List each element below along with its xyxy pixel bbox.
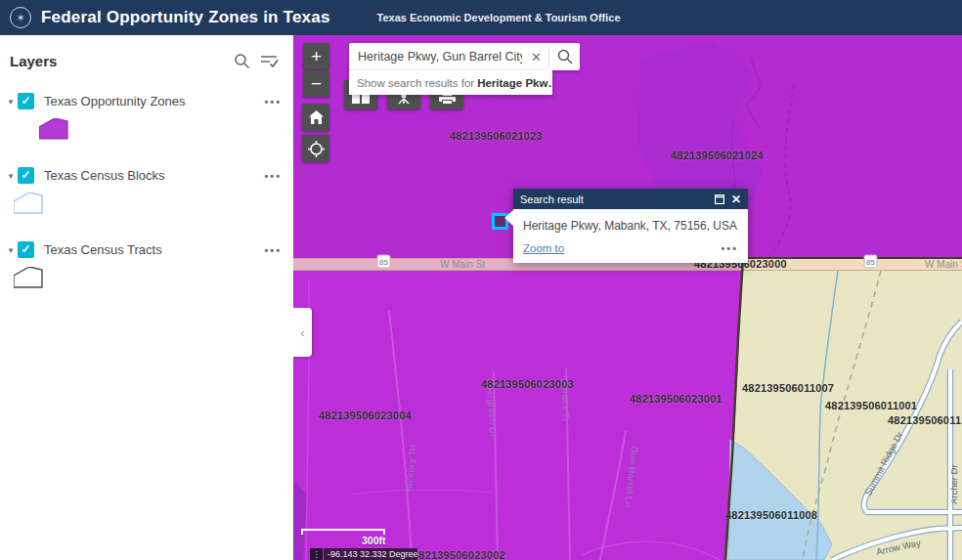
- street-label-w-main: W Main St: [440, 259, 485, 270]
- street-label-w-main-right: W Main St: [925, 259, 962, 270]
- layer-label[interactable]: Texas Census Tracts: [44, 242, 264, 257]
- street-label-gun-barrel: Gun Barrel Ln: [623, 446, 640, 508]
- tract-label: 482139506011007: [742, 382, 834, 394]
- popup-options-icon[interactable]: •••: [721, 242, 738, 254]
- expand-caret-icon[interactable]: ▾: [4, 171, 18, 181]
- app-title: Federal Opportunity Zones in Texas: [41, 8, 330, 27]
- tract-label: 482139506021023: [450, 130, 543, 142]
- coordinate-widget: ⋮ -96.143 32.332 Degrees: [310, 548, 417, 560]
- tract-label: 482139506021024: [671, 150, 764, 161]
- expand-caret-icon[interactable]: ▾: [4, 245, 18, 255]
- basemap-graphics: 85 85 W Main St W Main St Hickory Trl Ev…: [293, 35, 962, 560]
- suggestion-prefix: Show search results for: [357, 77, 474, 89]
- tract-label: 482139506011001: [825, 400, 917, 411]
- layers-panel: Layers ▾ ✓ Texas Opportunity Zones ••• ▾…: [0, 35, 293, 560]
- zoom-to-link[interactable]: Zoom to: [523, 242, 721, 254]
- search-submit-button[interactable]: [549, 43, 580, 70]
- layer-row-opportunity-zones: ▾ ✓ Texas Opportunity Zones •••: [0, 87, 293, 113]
- maximize-icon[interactable]: [715, 194, 724, 204]
- street-label-archer: Archer Dr: [948, 464, 959, 504]
- address-search-input[interactable]: [349, 50, 524, 64]
- address-search-box: ✕: [349, 43, 580, 70]
- tract-label: 482139506023003: [481, 378, 574, 390]
- svg-text:85: 85: [866, 258, 875, 267]
- layers-panel-header: Layers: [0, 35, 293, 79]
- highway-shield-85-right: 85: [864, 255, 877, 268]
- layer-checkbox-opportunity-zones[interactable]: ✓: [18, 93, 34, 109]
- map-canvas[interactable]: 85 85 W Main St W Main St Hickory Trl Ev…: [293, 35, 962, 560]
- clear-search-icon[interactable]: ✕: [524, 50, 548, 65]
- coordinate-readout: -96.143 32.332 Degrees: [324, 548, 417, 560]
- tract-label: 482139506011: [888, 414, 961, 426]
- app-window: ✶ Federal Opportunity Zones in Texas Tex…: [0, 0, 962, 560]
- layers-panel-title: Layers: [10, 53, 225, 69]
- street-label-hickory: Hickory Trl: [403, 444, 418, 493]
- legend-swatch-census-tracts: [0, 262, 293, 302]
- legend-swatch-opportunity-zones: [0, 113, 293, 153]
- coordinate-options-icon[interactable]: ⋮: [310, 548, 323, 560]
- layer-options-icon[interactable]: •••: [264, 170, 282, 182]
- popup-pointer: [504, 210, 513, 226]
- popup-address: Heritage Pkwy, Mabank, TX, 75156, USA: [513, 209, 748, 237]
- tract-label: 482139506023002: [413, 549, 505, 560]
- tract-label: 482139506023001: [630, 393, 722, 405]
- search-layers-icon[interactable]: [231, 50, 252, 71]
- expand-caret-icon[interactable]: ▾: [4, 97, 18, 107]
- layer-options-icon[interactable]: •••: [264, 96, 282, 108]
- filter-layers-icon[interactable]: [258, 50, 280, 71]
- search-result-popup: Search result ✕ Heritage Pkwy, Mabank, T…: [513, 189, 748, 263]
- layer-checkbox-census-tracts[interactable]: ✓: [18, 241, 34, 258]
- popup-title: Search result: [520, 194, 708, 205]
- collapse-panel-button[interactable]: ‹: [293, 308, 312, 357]
- app-header: ✶ Federal Opportunity Zones in Texas Tex…: [0, 0, 962, 35]
- layer-checkbox-census-blocks[interactable]: ✓: [18, 167, 34, 184]
- highway-shield-85-left: 85: [377, 255, 390, 268]
- close-icon[interactable]: ✕: [731, 193, 741, 206]
- zoom-in-button[interactable]: +: [303, 43, 329, 69]
- popup-footer: Zoom to •••: [513, 237, 748, 263]
- layer-label[interactable]: Texas Census Blocks: [44, 168, 264, 183]
- layer-row-census-tracts: ▾ ✓ Texas Census Tracts •••: [0, 236, 293, 262]
- home-button[interactable]: [302, 104, 329, 131]
- popup-header: Search result ✕: [513, 189, 748, 209]
- zoom-out-button[interactable]: −: [303, 70, 329, 97]
- layer-options-icon[interactable]: •••: [264, 244, 282, 256]
- layer-label[interactable]: Texas Opportunity Zones: [44, 94, 264, 108]
- tract-label: 482139506023004: [319, 409, 412, 421]
- layer-row-census-blocks: ▾ ✓ Texas Census Blocks •••: [0, 161, 293, 188]
- chevron-left-icon: ‹: [300, 325, 304, 340]
- legend-swatch-census-blocks: [0, 188, 293, 228]
- app-subtitle: Texas Economic Development & Tourism Off…: [377, 12, 621, 23]
- texas-seal-icon: ✶: [10, 7, 31, 28]
- tract-label: 482139506011008: [725, 509, 817, 521]
- locate-button[interactable]: [302, 135, 329, 162]
- svg-text:85: 85: [379, 258, 388, 267]
- search-suggestion-item[interactable]: Show search results for Heritage Pkw…: [349, 70, 552, 95]
- suggestion-term: Heritage Pkw…: [477, 77, 552, 89]
- scale-bar-label: 300ft: [362, 535, 386, 546]
